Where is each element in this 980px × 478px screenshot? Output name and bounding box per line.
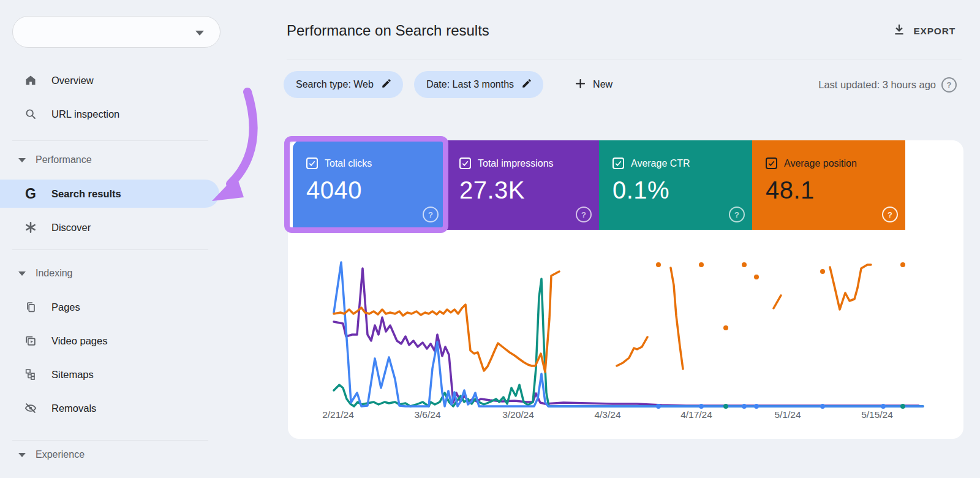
svg-text:4/17/24: 4/17/24 [680, 409, 712, 420]
metric-card-value: 48.1 [766, 176, 905, 204]
page-title: Performance on Search results [287, 22, 489, 39]
svg-text:2/21/24: 2/21/24 [322, 409, 354, 420]
metric-card-label: Average CTR [631, 158, 690, 169]
sidebar-item-label: URL inspection [51, 108, 119, 120]
sidebar-divider [12, 440, 208, 441]
sidebar-section-performance[interactable]: Performance [0, 151, 208, 169]
metric-card-value: 27.3K [459, 176, 599, 204]
plus-icon [574, 77, 587, 93]
search-type-chip[interactable]: Search type: Web [284, 71, 403, 98]
metric-card[interactable]: Average CTR 0.1% ? [599, 140, 752, 230]
checkbox-checked-icon[interactable] [612, 157, 624, 169]
sidebar-item-label: Video pages [51, 335, 107, 347]
sidebar-item-label: Sitemaps [51, 369, 94, 381]
metric-cards-row: Total clicks 4040 ? Total impressions 27… [293, 140, 905, 230]
sidebar-item-search-results[interactable]: G Search results [0, 180, 219, 208]
help-icon[interactable]: ? [423, 207, 439, 222]
metric-card-label: Total clicks [325, 158, 372, 169]
metric-card-label: Total impressions [478, 158, 554, 169]
asterisk-icon [23, 220, 38, 235]
new-filter-label: New [593, 79, 612, 90]
sidebar-item-label: Removals [51, 403, 96, 414]
chevron-down-icon [195, 31, 204, 36]
help-icon[interactable]: ? [882, 207, 898, 222]
eye-off-icon [23, 401, 38, 415]
export-label: EXPORT [913, 26, 956, 37]
help-icon[interactable]: ? [941, 77, 957, 93]
performance-chart[interactable]: 2/21/243/6/243/20/244/3/244/17/245/1/245… [331, 248, 952, 426]
sidebar-item-discover[interactable]: Discover [0, 213, 219, 241]
sidebar-item-overview[interactable]: Overview [0, 66, 219, 94]
svg-text:5/15/24: 5/15/24 [861, 409, 893, 420]
checkbox-checked-icon[interactable] [306, 157, 318, 169]
section-header-label: Experience [36, 449, 85, 460]
sidebar-item-pages[interactable]: Pages [0, 293, 219, 321]
sidebar-item-label: Search results [51, 188, 121, 200]
sidebar-item-removals[interactable]: Removals [0, 394, 219, 422]
metric-card-value: 0.1% [612, 176, 752, 204]
home-icon [23, 73, 38, 88]
property-selector[interactable] [12, 16, 221, 48]
section-header-label: Indexing [36, 268, 73, 279]
download-icon [892, 23, 906, 39]
new-filter-button[interactable]: New [569, 71, 617, 98]
sidebar-section-indexing[interactable]: Indexing [0, 264, 208, 283]
sidebar-item-url-inspection[interactable]: URL inspection [0, 100, 219, 128]
header-divider [287, 59, 962, 59]
video-pages-icon [23, 333, 38, 348]
svg-text:3/6/24: 3/6/24 [414, 409, 440, 420]
google-g-icon: G [23, 186, 38, 201]
checkbox-checked-icon[interactable] [766, 157, 777, 169]
date-range-chip-label: Date: Last 3 months [426, 79, 514, 90]
edit-pencil-icon [521, 78, 532, 91]
metric-card[interactable]: Total clicks 4040 ? [293, 140, 446, 230]
filter-row: Search type: Web Date: Last 3 months New [284, 71, 617, 98]
caret-down-icon [18, 158, 26, 162]
metric-card[interactable]: Average position 48.1 ? [752, 140, 905, 230]
sidebar-item-sitemaps[interactable]: Sitemaps [0, 360, 219, 389]
caret-down-icon [18, 453, 26, 457]
search-console-page: Overview URL inspection Performance G Se… [0, 0, 980, 478]
search-type-chip-label: Search type: Web [296, 79, 374, 90]
search-icon [23, 107, 38, 121]
metric-card-label: Average position [784, 158, 857, 169]
last-updated: Last updated: 3 hours ago ? [818, 71, 957, 98]
sidebar-item-label: Discover [51, 222, 91, 233]
sidebar-item-label: Overview [51, 75, 94, 86]
sitemaps-icon [23, 367, 38, 382]
metric-card[interactable]: Total impressions 27.3K ? [446, 140, 599, 230]
pages-icon [23, 300, 38, 314]
export-button[interactable]: EXPORT [892, 23, 956, 39]
sidebar-item-video-pages[interactable]: Video pages [0, 327, 219, 355]
svg-text:4/3/24: 4/3/24 [594, 409, 620, 420]
sidebar-item-label: Pages [51, 302, 80, 313]
metric-card-value: 4040 [306, 176, 446, 204]
sidebar-section-experience[interactable]: Experience [0, 446, 208, 464]
svg-text:5/1/24: 5/1/24 [774, 409, 801, 420]
last-updated-text: Last updated: 3 hours ago [818, 79, 936, 91]
date-range-chip[interactable]: Date: Last 3 months [414, 71, 543, 98]
sidebar-divider [12, 249, 208, 250]
help-icon[interactable]: ? [729, 207, 745, 222]
section-header-label: Performance [36, 154, 92, 165]
svg-text:3/20/24: 3/20/24 [502, 409, 534, 420]
sidebar-divider [12, 140, 208, 141]
edit-pencil-icon [381, 78, 392, 91]
caret-down-icon [18, 271, 26, 276]
checkbox-checked-icon[interactable] [459, 157, 471, 169]
help-icon[interactable]: ? [576, 207, 592, 222]
